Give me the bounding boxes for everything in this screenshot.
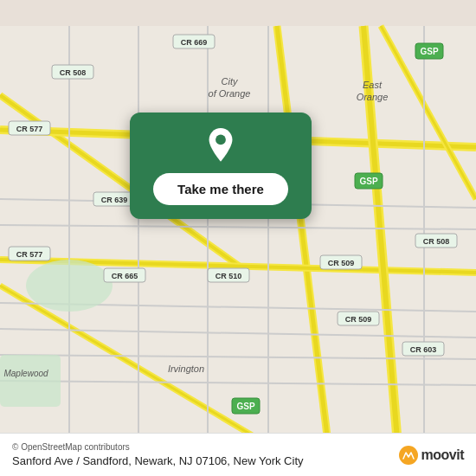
- svg-text:CR 508: CR 508: [60, 68, 87, 77]
- svg-text:GSP: GSP: [236, 402, 254, 411]
- location-pin-icon: [203, 128, 239, 164]
- svg-text:of Orange: of Orange: [209, 88, 251, 99]
- osm-credit: © OpenStreetMap contributors: [12, 442, 304, 452]
- take-me-there-button[interactable]: Take me there: [153, 173, 288, 205]
- svg-text:CR 509: CR 509: [345, 315, 372, 324]
- popup-card: Take me there: [130, 113, 312, 219]
- svg-text:East: East: [363, 80, 383, 90]
- svg-text:CR 603: CR 603: [410, 345, 437, 354]
- svg-rect-28: [0, 355, 61, 407]
- svg-text:CR 577: CR 577: [16, 250, 43, 259]
- svg-text:GSP: GSP: [420, 47, 438, 56]
- bottom-left: © OpenStreetMap contributors Sanford Ave…: [12, 442, 304, 467]
- map-container: CR 669 CR 508 CR 508 CR 577 CR 577 CR 63…: [0, 0, 476, 476]
- map-background: CR 669 CR 508 CR 508 CR 577 CR 577 CR 63…: [0, 0, 476, 476]
- svg-text:GSP: GSP: [359, 177, 377, 186]
- bottom-bar: © OpenStreetMap contributors Sanford Ave…: [0, 433, 476, 476]
- address-text: Sanford Ave / Sandford, Newark, NJ 07106…: [12, 454, 304, 467]
- svg-text:CR 510: CR 510: [215, 272, 242, 280]
- svg-text:City: City: [222, 76, 239, 87]
- svg-point-27: [26, 260, 113, 312]
- svg-text:CR 508: CR 508: [423, 237, 450, 246]
- svg-text:CR 669: CR 669: [181, 38, 208, 47]
- svg-text:Orange: Orange: [357, 92, 389, 102]
- svg-text:CR 665: CR 665: [112, 272, 138, 280]
- svg-text:Maplewood: Maplewood: [3, 369, 48, 378]
- svg-text:CR 577: CR 577: [16, 125, 43, 133]
- svg-text:Irvington: Irvington: [168, 363, 204, 374]
- osm-credit-text: © OpenStreetMap contributors: [12, 442, 130, 452]
- moovit-logo: moovit: [399, 446, 464, 465]
- svg-text:CR 509: CR 509: [328, 259, 355, 267]
- svg-point-63: [215, 135, 226, 145]
- moovit-icon: [399, 446, 418, 465]
- svg-text:CR 639: CR 639: [101, 196, 128, 204]
- moovit-name: moovit: [421, 447, 464, 463]
